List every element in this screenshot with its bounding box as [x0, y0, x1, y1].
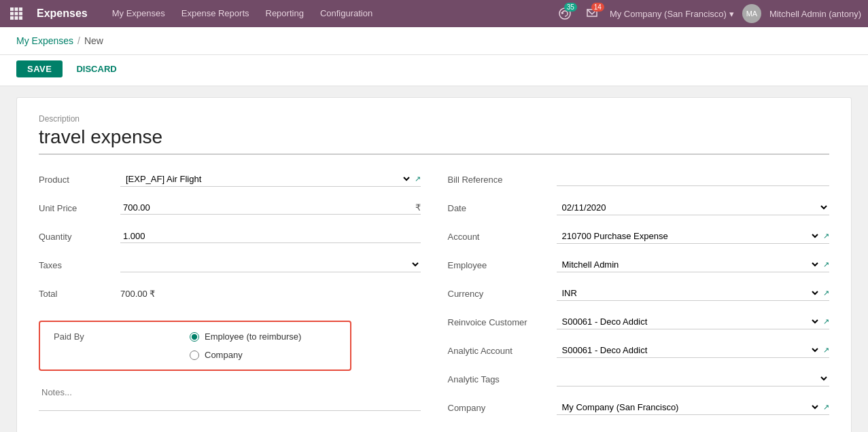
messages-button[interactable]: 14 — [583, 4, 602, 23]
employee-value: Mitchell Admin ↗ — [557, 257, 830, 272]
total-label: Total — [39, 289, 120, 299]
paid-by-employee-label: Employee (to reimburse) — [205, 331, 301, 342]
breadcrumb: My Expenses / New — [0, 27, 868, 55]
main-menu: My Expenses Expense Reports Reporting Co… — [104, 0, 381, 27]
updates-button[interactable]: 35 — [555, 4, 574, 23]
reinvoice-row: Reinvoice Customer S00061 - Deco Addict … — [448, 311, 830, 333]
account-ext-link-icon[interactable]: ↗ — [823, 232, 829, 240]
analytic-account-ext-link-icon[interactable]: ↗ — [823, 346, 829, 355]
paid-by-company-option[interactable]: Company — [190, 350, 301, 360]
currency-select[interactable]: INR — [557, 286, 821, 300]
quantity-input[interactable] — [120, 230, 421, 243]
bill-reference-value — [557, 173, 830, 186]
product-row: Product [EXP_AF] Air Flight ↗ — [39, 168, 421, 190]
currency-label: Currency — [448, 289, 557, 299]
total-row: Total 700.00 ₹ — [39, 283, 421, 304]
main-form: Description travel expense Product [EXP_… — [16, 97, 852, 432]
unit-price-row: Unit Price ₹ — [39, 197, 421, 219]
paid-by-options: Employee (to reimburse) Company — [190, 331, 301, 360]
apps-menu-icon[interactable] — [7, 4, 26, 23]
date-row: Date 02/11/2020 — [448, 197, 830, 219]
reinvoice-select-wrapper: S00061 - Deco Addict ↗ — [557, 314, 830, 329]
product-label: Product — [39, 175, 120, 185]
product-value: [EXP_AF] Air Flight ↗ — [120, 172, 421, 187]
bill-reference-label: Bill Reference — [448, 175, 557, 185]
breadcrumb-separator: / — [77, 35, 80, 46]
bill-reference-input[interactable] — [557, 173, 830, 186]
menu-expense-reports[interactable]: Expense Reports — [173, 0, 258, 27]
currency-value: INR ↗ — [557, 286, 830, 301]
date-label: Date — [448, 203, 557, 213]
discard-button[interactable]: DISCARD — [68, 60, 124, 77]
svg-rect-3 — [10, 12, 14, 16]
taxes-value — [120, 257, 421, 272]
breadcrumb-parent[interactable]: My Expenses — [16, 35, 73, 46]
paid-by-employee-option[interactable]: Employee (to reimburse) — [190, 331, 301, 342]
unit-price-value: ₹ — [120, 201, 421, 215]
taxes-row: Taxes — [39, 254, 421, 276]
paid-by-label: Paid By — [54, 331, 135, 342]
topnav-right: 35 14 My Company (San Francisco) ▾ MA Mi… — [555, 4, 861, 23]
analytic-account-select-wrapper: S00061 - Deco Addict ↗ — [557, 343, 830, 358]
user-avatar[interactable]: MA — [742, 4, 761, 23]
reinvoice-select[interactable]: S00061 - Deco Addict — [557, 314, 821, 329]
paid-by-employee-radio[interactable] — [190, 332, 199, 342]
menu-reporting[interactable]: Reporting — [258, 0, 312, 27]
employee-ext-link-icon[interactable]: ↗ — [823, 260, 829, 269]
action-bar: SAVE DISCARD — [0, 55, 868, 86]
save-button[interactable]: SAVE — [16, 60, 63, 77]
user-info[interactable]: Mitchell Admin (antony) — [769, 9, 861, 19]
analytic-tags-row: Analytic Tags — [448, 368, 830, 390]
paid-by-company-label: Company — [205, 350, 243, 360]
svg-rect-8 — [19, 16, 22, 20]
analytic-account-label: Analytic Account — [448, 346, 557, 356]
svg-rect-2 — [19, 7, 22, 11]
employee-select-wrapper: Mitchell Admin ↗ — [557, 257, 830, 272]
menu-my-expenses[interactable]: My Expenses — [104, 0, 173, 27]
employee-label: Employee — [448, 260, 557, 270]
analytic-account-select[interactable]: S00061 - Deco Addict — [557, 343, 821, 357]
product-select[interactable]: [EXP_AF] Air Flight — [120, 172, 412, 186]
total-value: 700.00 ₹ — [120, 289, 421, 299]
currency-row: Currency INR ↗ — [448, 283, 830, 304]
company-ext-link-icon[interactable]: ↗ — [823, 403, 829, 412]
company-select[interactable]: My Company (San Francisco) — [557, 400, 821, 414]
date-select-wrapper: 02/11/2020 — [557, 200, 830, 215]
svg-rect-0 — [10, 7, 14, 11]
messages-badge: 14 — [591, 3, 604, 12]
description-title: travel expense — [39, 126, 829, 155]
currency-ext-link-icon[interactable]: ↗ — [823, 289, 829, 298]
analytic-account-row: Analytic Account S00061 - Deco Addict ↗ — [448, 340, 830, 361]
taxes-select-wrapper — [120, 257, 421, 272]
product-select-wrapper: [EXP_AF] Air Flight ↗ — [120, 172, 421, 187]
company-label: Company — [448, 403, 557, 413]
taxes-select[interactable] — [120, 257, 421, 272]
account-select-wrapper: 210700 Purchase Expense ↗ — [557, 229, 830, 244]
company-value: My Company (San Francisco) ↗ — [557, 400, 830, 415]
unit-price-input[interactable] — [120, 201, 415, 214]
analytic-tags-select[interactable] — [557, 372, 830, 386]
reinvoice-label: Reinvoice Customer — [448, 317, 557, 327]
account-select[interactable]: 210700 Purchase Expense — [557, 229, 821, 243]
paid-by-company-radio[interactable] — [190, 350, 199, 360]
svg-rect-5 — [19, 12, 22, 16]
quantity-value — [120, 230, 421, 243]
reinvoice-value: S00061 - Deco Addict ↗ — [557, 314, 830, 329]
top-navigation: Expenses My Expenses Expense Reports Rep… — [0, 0, 868, 27]
account-value: 210700 Purchase Expense ↗ — [557, 229, 830, 244]
employee-select[interactable]: Mitchell Admin — [557, 257, 821, 272]
unit-price-label: Unit Price — [39, 203, 120, 213]
notes-input[interactable] — [39, 384, 421, 411]
menu-configuration[interactable]: Configuration — [312, 0, 381, 27]
date-select[interactable]: 02/11/2020 — [557, 200, 830, 215]
currency-symbol: ₹ — [415, 202, 421, 213]
reinvoice-ext-link-icon[interactable]: ↗ — [823, 317, 829, 326]
form-grid: Product [EXP_AF] Air Flight ↗ Unit Price — [39, 168, 829, 425]
product-ext-link-icon[interactable]: ↗ — [415, 175, 421, 183]
currency-select-wrapper: INR ↗ — [557, 286, 830, 301]
quantity-row: Quantity — [39, 226, 421, 247]
company-select-wrapper: My Company (San Francisco) ↗ — [557, 400, 830, 415]
account-row: Account 210700 Purchase Expense ↗ — [448, 226, 830, 247]
company-selector[interactable]: My Company (San Francisco) ▾ — [610, 9, 734, 19]
svg-rect-1 — [15, 7, 18, 11]
